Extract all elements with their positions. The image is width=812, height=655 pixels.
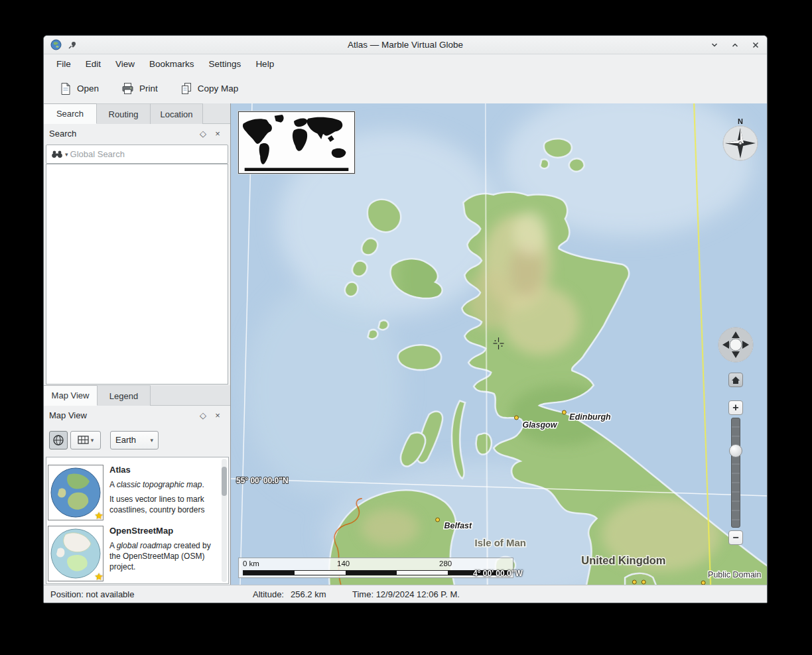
atlas-text: Atlas A classic topographic map. It uses… [109,463,219,524]
osm-text: OpenStreetMap A global roadmap created b… [109,524,219,584]
zoom-slider-track[interactable] [731,418,740,528]
close-icon[interactable] [751,40,760,50]
pan-wheel[interactable] [715,322,758,365]
theme-description: A classic topographic map. [109,479,219,490]
zoom-out-button[interactable]: − [728,530,743,545]
latitude-label: 55° 00' 00.0"N [236,476,289,485]
combo-dropdown-icon: ▾ [150,437,153,444]
globe-projection-button[interactable] [49,431,68,449]
tab-location[interactable]: Location [151,103,203,124]
favorite-star-icon[interactable]: ★ [95,510,103,522]
theme-description: A global roadmap created by the OpenStre… [109,540,219,572]
search-input[interactable] [70,149,223,159]
longitude-label: 4° 00' 00.0"W [473,569,523,578]
scale-mid-label: 140 [337,560,350,567]
attribution-label: Public Domain [708,570,761,579]
print-button[interactable]: Print [116,78,163,99]
region-label-isle-of-man: Isle of Man [475,537,526,548]
print-icon [121,82,134,95]
country-label-united-kingdom: United Kingdom [581,554,665,566]
city-marker-edinburgh[interactable] [562,410,566,414]
theme-item-atlas[interactable]: ★ Atlas A classic topographic map. It us… [48,463,219,524]
menu-view[interactable]: View [108,56,142,72]
zoom-slider-thumb[interactable] [729,444,742,457]
tab-search[interactable]: Search [44,103,97,124]
mapview-controls: ▾ Earth ▾ [44,425,230,455]
home-button[interactable] [728,373,743,387]
menu-file[interactable]: File [49,56,78,72]
window-title: Atlas — Marble Virtual Globe [44,40,767,50]
menu-edit[interactable]: Edit [78,56,108,72]
mapview-tabstrip: Map View Legend [44,385,230,406]
search-results-list[interactable] [46,164,228,385]
search-panel-header: Search ◇ × [44,124,230,143]
favorite-star-icon[interactable]: ★ [95,571,103,583]
flat-projection-button[interactable]: ▾ [70,431,101,449]
mapview-panel-title: Map View [49,410,87,420]
tab-map-view[interactable]: Map View [44,385,98,406]
search-tabstrip: Search Routing Location [44,103,230,124]
copy-map-label: Copy Map [198,84,239,93]
overview-map[interactable] [238,111,355,174]
compass-rose[interactable]: N [722,115,759,163]
print-label: Print [139,84,158,93]
atlas-thumbnail: ★ [48,465,103,520]
globe-projection-icon [52,434,64,446]
theme-item-openstreetmap[interactable]: ★ OpenStreetMap A global roadmap created… [48,524,219,584]
float-panel-icon[interactable]: ◇ [196,409,210,422]
navigation-control: + − [715,322,758,548]
status-time: Time: 12/9/2024 12:06 P. M. [352,585,460,603]
pin-icon [68,40,77,50]
celestial-body-value: Earth [115,435,136,445]
menu-settings[interactable]: Settings [202,56,249,72]
app-icon [50,39,62,50]
celestial-body-select[interactable]: Earth ▾ [110,431,159,449]
open-button[interactable]: Open [54,78,104,99]
menu-help[interactable]: Help [248,56,281,72]
titlebar[interactable]: Atlas — Marble Virtual Globe [44,36,767,54]
map-theme-list[interactable]: ★ Atlas A classic topographic map. It us… [46,457,229,584]
copy-map-button[interactable]: Copy Map [175,78,244,99]
city-label-glasgow[interactable]: Glasgow [522,420,557,430]
close-panel-icon[interactable]: × [210,409,225,422]
menubar: File Edit View Bookmarks Settings Help [44,54,767,74]
menu-bookmarks[interactable]: Bookmarks [142,56,202,72]
desktop: Atlas — Marble Virtual Globe File Edit V… [0,0,812,655]
flat-map-icon [78,436,89,444]
theme-description-more: It uses vector lines to mark coastlines,… [109,494,219,515]
mapview-panel-header: Map View ◇ × [44,406,230,425]
scale-bar: 0 km 140 280 [238,558,513,578]
home-icon [731,376,740,385]
marble-window: Atlas — Marble Virtual Globe File Edit V… [43,35,768,603]
tab-legend[interactable]: Legend [98,385,151,406]
search-input-box[interactable]: ▾ [46,145,228,164]
scale-zero-label: 0 km [243,560,259,567]
city-marker-glasgow[interactable] [514,416,518,420]
search-type-dropdown-icon[interactable]: ▾ [65,151,68,158]
tab-routing[interactable]: Routing [97,103,151,124]
city-marker-belfast[interactable] [436,518,440,522]
scrollbar-thumb[interactable] [222,467,227,496]
float-panel-icon[interactable]: ◇ [196,127,210,141]
close-panel-icon[interactable]: × [210,127,225,141]
minimize-icon[interactable] [710,40,719,50]
osm-thumbnail: ★ [48,526,103,581]
city-label-belfast[interactable]: Belfast [444,521,472,530]
zoom-in-button[interactable]: + [728,400,743,415]
scale-end-label: 280 [439,560,452,567]
binoculars-icon [51,150,63,158]
maximize-icon[interactable] [730,40,740,50]
projection-dropdown-icon: ▾ [91,437,94,444]
world-overview-icon [239,112,354,173]
left-dock: Search Routing Location Search ◇ × ▾ [44,103,230,585]
map-area: Glasgow Edinburgh Belfast Isle of Man Un… [230,103,768,585]
copy-map-icon [180,82,192,95]
status-position: Position: not available [50,585,134,603]
theme-list-scrollbar[interactable] [222,459,227,582]
toolbar: Open Print Copy Map [44,74,767,103]
compass-icon: N [722,115,759,163]
search-panel-title: Search [49,129,76,139]
map-canvas[interactable]: Glasgow Edinburgh Belfast Isle of Man Un… [231,103,768,585]
city-label-edinburgh[interactable]: Edinburgh [569,412,611,422]
status-altitude-label: Altitude: [253,585,284,603]
